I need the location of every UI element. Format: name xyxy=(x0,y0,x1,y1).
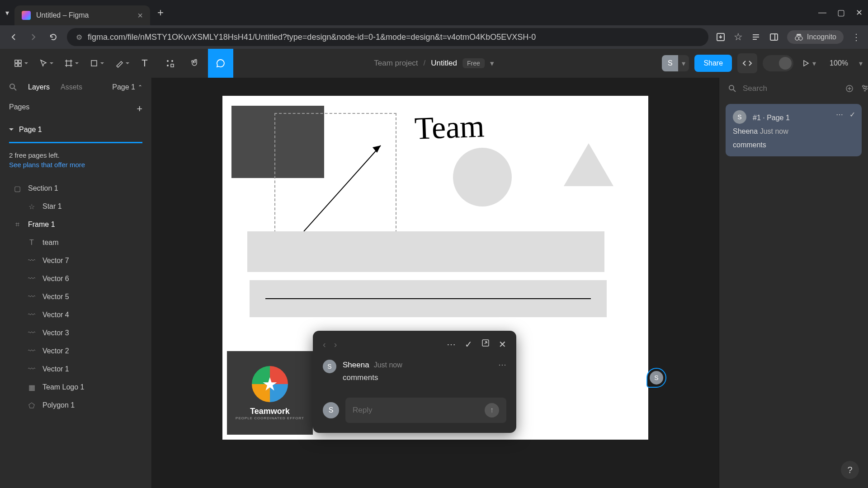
incognito-icon xyxy=(794,33,803,41)
layer-item[interactable]: 〰Vector 7 xyxy=(0,252,151,270)
shape-tool[interactable] xyxy=(81,49,107,78)
document-title-area[interactable]: Team project / Untitled Free ▾ xyxy=(374,58,494,68)
ellipse-shape[interactable] xyxy=(453,148,512,206)
reply-avatar: S xyxy=(323,402,339,418)
layer-item[interactable]: 〰Vector 3 xyxy=(0,324,151,342)
layer-item[interactable]: 〰Vector 2 xyxy=(0,342,151,360)
send-reply-button[interactable]: ↑ xyxy=(485,403,499,418)
prev-comment-icon[interactable]: ‹ xyxy=(323,339,326,350)
hand-tool[interactable] xyxy=(183,49,208,78)
see-plans-link[interactable]: See plans that offer more xyxy=(9,161,142,169)
polygon-icon: ⬠ xyxy=(27,401,36,410)
layer-item[interactable]: Tteam xyxy=(0,234,151,252)
filter-icon[interactable] xyxy=(860,84,868,93)
file-name[interactable]: Untitled xyxy=(431,59,457,68)
card-more-icon[interactable]: ⋯ xyxy=(836,110,843,119)
reload-icon[interactable] xyxy=(47,31,60,43)
dev-mode-button[interactable] xyxy=(737,53,757,73)
reply-input[interactable]: Reply ↑ xyxy=(345,398,506,423)
close-icon[interactable]: ✕ xyxy=(499,339,506,350)
dock-icon[interactable] xyxy=(481,339,490,350)
frame-1[interactable]: Team Teamwork PEOPLE COORDINATED EFFORT … xyxy=(222,96,648,440)
search-icon[interactable] xyxy=(9,83,17,91)
arrow-vector[interactable] xyxy=(299,136,390,236)
layer-item[interactable]: ▦Team Logo 1 xyxy=(0,378,151,396)
close-tab-icon[interactable]: × xyxy=(137,10,143,21)
svg-point-3 xyxy=(795,37,799,40)
chevron-icon: ⌃ xyxy=(138,84,142,90)
layer-item[interactable]: 〰Vector 6 xyxy=(0,270,151,288)
pen-tool[interactable] xyxy=(107,49,132,78)
layer-item[interactable]: 〰Vector 5 xyxy=(0,288,151,306)
more-icon[interactable]: ⋯ xyxy=(447,339,456,350)
free-badge[interactable]: Free xyxy=(462,58,485,68)
svg-point-4 xyxy=(799,37,802,40)
page-item[interactable]: Page 1 xyxy=(0,121,151,138)
comment-card[interactable]: S ⋯ ✓ #1 · Page 1 Sheena Just now commen… xyxy=(726,104,862,156)
svg-point-12 xyxy=(167,65,169,66)
incognito-badge[interactable]: Incognito xyxy=(787,30,844,44)
wide-rect-1[interactable] xyxy=(247,231,604,272)
comment-tool[interactable] xyxy=(208,49,233,78)
site-settings-icon[interactable]: ⚙ xyxy=(76,33,82,42)
assets-tab[interactable]: Assets xyxy=(61,83,82,91)
next-comment-icon[interactable]: › xyxy=(334,339,337,350)
add-page-button[interactable]: + xyxy=(137,103,142,115)
main-menu-button[interactable] xyxy=(5,49,31,78)
layer-item[interactable]: ▢Section 1 xyxy=(0,179,151,197)
resolve-icon[interactable]: ✓ xyxy=(465,339,472,350)
chevron-down-icon[interactable]: ▾ xyxy=(859,59,863,68)
layer-item[interactable]: 〰Vector 1 xyxy=(0,360,151,378)
zoom-level[interactable]: 100% xyxy=(824,59,854,67)
text-tool[interactable]: T xyxy=(132,49,157,78)
reading-list-icon[interactable] xyxy=(751,32,761,42)
comment-time: Just now xyxy=(374,361,402,369)
layer-item[interactable]: ⌗Frame 1 xyxy=(0,216,151,234)
layer-item[interactable]: ⬠Polygon 1 xyxy=(0,396,151,414)
share-button[interactable]: Share xyxy=(694,55,732,72)
resources-tool[interactable] xyxy=(157,49,183,78)
sort-icon[interactable] xyxy=(845,84,854,93)
move-tool[interactable] xyxy=(31,49,56,78)
side-panel-icon[interactable] xyxy=(769,32,779,42)
wide-rect-2[interactable] xyxy=(250,280,607,317)
layer-item[interactable]: 〰Vector 4 xyxy=(0,306,151,324)
close-window-icon[interactable]: ✕ xyxy=(856,8,863,18)
layer-item[interactable]: ☆Star 1 xyxy=(0,197,151,216)
minimize-icon[interactable]: — xyxy=(818,8,826,18)
project-name[interactable]: Team project xyxy=(374,59,418,68)
team-logo[interactable]: Teamwork PEOPLE COORDINATED EFFORT xyxy=(227,351,313,435)
tab-dropdown-icon[interactable]: ▾ xyxy=(5,9,9,17)
new-tab-button[interactable]: + xyxy=(157,6,164,19)
bookmark-icon[interactable]: ☆ xyxy=(734,31,743,43)
triangle-shape[interactable] xyxy=(564,143,613,186)
help-button[interactable]: ? xyxy=(841,461,859,479)
canvas[interactable]: Fra Section 1 Team Teamwork PEOPLE COORD… xyxy=(152,78,719,488)
layers-tab[interactable]: Layers xyxy=(28,83,50,91)
team-text[interactable]: Team xyxy=(414,108,485,146)
back-icon[interactable] xyxy=(7,31,20,43)
svg-point-18 xyxy=(729,85,734,90)
comment-options-icon[interactable]: ⋯ xyxy=(498,360,506,370)
browser-menu-icon[interactable]: ⋮ xyxy=(852,32,861,42)
card-resolve-icon[interactable]: ✓ xyxy=(849,110,855,119)
vector-icon: 〰 xyxy=(27,256,36,265)
toggle-on[interactable] xyxy=(779,57,792,70)
frame-tool[interactable] xyxy=(56,49,81,78)
svg-line-16 xyxy=(304,145,381,231)
search-icon[interactable] xyxy=(728,84,736,93)
comment-search-input[interactable] xyxy=(743,84,839,93)
browser-tab[interactable]: Untitled – Figma × xyxy=(14,5,150,25)
present-button[interactable]: ▾ xyxy=(799,53,819,73)
figma-favicon-icon xyxy=(22,11,31,20)
toggle-off[interactable] xyxy=(764,57,777,70)
page-selector[interactable]: Page 1 ⌃ xyxy=(112,83,142,91)
comment-pin[interactable]: S xyxy=(646,368,666,388)
user-avatar[interactable]: S xyxy=(662,55,678,71)
maximize-icon[interactable]: ▢ xyxy=(837,8,845,18)
install-icon[interactable] xyxy=(716,32,726,42)
svg-rect-5 xyxy=(15,60,18,63)
chevron-down-icon[interactable]: ▾ xyxy=(682,59,685,68)
chevron-down-icon[interactable]: ▾ xyxy=(490,59,494,68)
url-bar[interactable]: ⚙ figma.com/file/nMSTY1OKvvXSMLY18HsH41/… xyxy=(67,28,708,46)
